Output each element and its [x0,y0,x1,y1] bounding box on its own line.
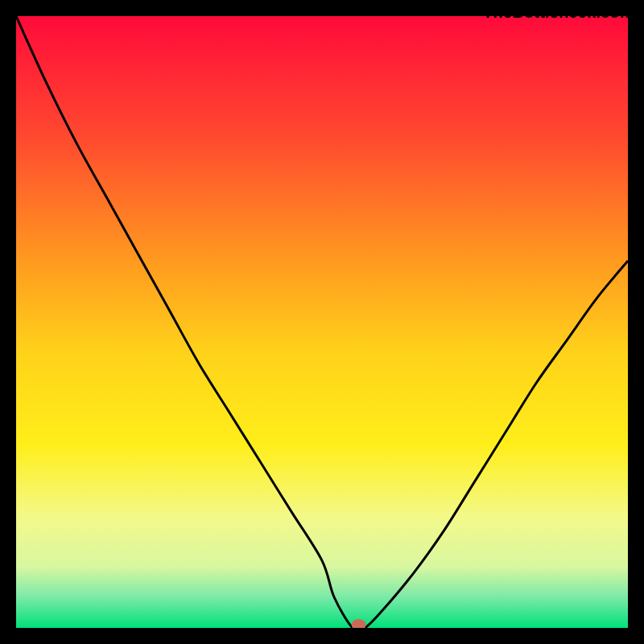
bottleneck-chart [16,16,628,628]
plot-area [16,16,628,628]
gradient-background [16,16,628,628]
watermark-label: TheBottleneck.com [483,3,634,22]
chart-frame: TheBottleneck.com [0,0,644,644]
